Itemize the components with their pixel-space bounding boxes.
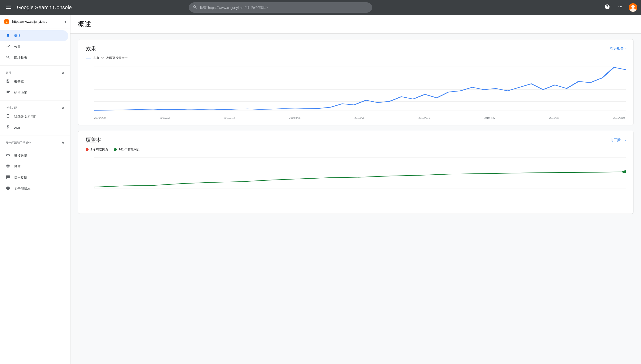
performance-card: 效果 打开报告 › 共有 700 次网页搜索点击 xyxy=(78,39,633,125)
sitemap-icon xyxy=(6,90,10,96)
svg-point-4 xyxy=(631,5,635,8)
links-icon xyxy=(6,153,10,158)
sidebar-item-about[interactable]: 关于新版本 xyxy=(0,183,68,194)
amp-label: AMP xyxy=(14,126,21,130)
app-logo: Google Search Console xyxy=(17,4,72,10)
section-header-enhancements: 增强功能 ∧ xyxy=(0,102,70,111)
mobile-icon xyxy=(6,114,10,120)
sidebar-nav: 概述 效果 网址检查 索引 ∧ xyxy=(0,28,70,200)
chevron-right-icon: › xyxy=(624,47,626,50)
error-dot xyxy=(86,148,89,151)
coverage-legend-valid: 741 个有效网页 xyxy=(114,148,140,152)
about-label: 关于新版本 xyxy=(14,187,31,191)
section-enhancements-label: 增强功能 xyxy=(6,106,17,110)
menu-icon[interactable] xyxy=(4,2,13,13)
property-selector[interactable]: 🔥 https://www.caijunyi.net/ ▾ xyxy=(0,15,70,28)
sidebar-item-feedback[interactable]: 提交反馈 xyxy=(0,172,68,183)
coverage-card-header: 覆盖率 打开报告 › xyxy=(86,136,626,144)
section-index-label: 索引 xyxy=(6,71,11,75)
performance-legend: 共有 700 次网页搜索点击 xyxy=(86,56,626,60)
app-title: Google Search Console xyxy=(17,4,72,10)
coverage-icon xyxy=(6,79,10,84)
url-inspection-label: 网址检查 xyxy=(14,56,27,60)
coverage-x-axis xyxy=(86,203,626,208)
sidebar-item-coverage[interactable]: 覆盖率 xyxy=(0,76,68,87)
sidebar-item-overview[interactable]: 概述 xyxy=(0,30,68,41)
section-header-security[interactable]: 安全问题和手动操作 ∨ xyxy=(0,137,70,146)
section-enhancements-toggle[interactable]: ∧ xyxy=(62,105,65,110)
performance-icon xyxy=(6,44,10,50)
performance-x-axis: 2019/2/20 2019/3/3 2019/3/14 2019/3/25 2… xyxy=(86,116,626,119)
page-header: 概述 xyxy=(71,15,641,34)
svg-rect-1 xyxy=(6,6,11,7)
coverage-chart-svg: 900 600 300 xyxy=(94,155,626,202)
performance-legend-label: 共有 700 次网页搜索点击 xyxy=(93,56,128,60)
links-label: 链接数量 xyxy=(14,154,27,158)
section-index-toggle[interactable]: ∧ xyxy=(62,70,65,75)
valid-dot xyxy=(114,148,117,151)
amp-icon xyxy=(6,125,10,130)
cards-container: 效果 打开报告 › 共有 700 次网页搜索点击 xyxy=(71,34,641,220)
performance-open-report-link[interactable]: 打开报告 › xyxy=(610,46,626,51)
coverage-legend: 2 个有误网页 741 个有效网页 xyxy=(86,148,626,152)
coverage-error-label: 2 个有误网页 xyxy=(90,148,108,152)
section-header-index: 索引 ∧ xyxy=(0,67,70,76)
home-icon xyxy=(6,33,10,38)
search-icon xyxy=(193,5,197,10)
coverage-card-title: 覆盖率 xyxy=(86,136,101,144)
settings-label: 设置 xyxy=(14,165,21,169)
performance-chart-svg: 45 30 15 0 xyxy=(94,64,626,116)
svg-rect-2 xyxy=(6,8,11,9)
mobile-label: 移动设备易用性 xyxy=(14,115,37,119)
feedback-label: 提交反馈 xyxy=(14,176,27,180)
sidebar-item-url-inspection[interactable]: 网址检查 xyxy=(0,52,68,63)
property-chevron-icon[interactable]: ▾ xyxy=(64,19,67,24)
sidebar-item-amp[interactable]: AMP xyxy=(0,122,68,133)
svg-rect-0 xyxy=(6,5,11,6)
about-icon xyxy=(6,186,10,192)
settings-icon xyxy=(6,164,10,170)
user-avatar[interactable] xyxy=(629,3,637,12)
sidebar: 🔥 https://www.caijunyi.net/ ▾ 概述 效果 xyxy=(0,15,71,364)
coverage-card: 覆盖率 打开报告 › 2 个有误网页 741 个有效网页 xyxy=(78,131,633,214)
sidebar-item-sitemap[interactable]: 站点地图 xyxy=(0,87,68,98)
section-security-toggle[interactable]: ∨ xyxy=(62,140,65,145)
sidebar-item-settings[interactable]: 设置 xyxy=(0,161,68,172)
performance-card-header: 效果 打开报告 › xyxy=(86,45,626,52)
overview-label: 概述 xyxy=(14,34,21,38)
sidebar-item-links[interactable]: 链接数量 xyxy=(0,150,68,161)
search-bar[interactable] xyxy=(189,2,372,13)
svg-point-22 xyxy=(622,170,626,173)
performance-chart: 45 30 15 0 xyxy=(86,64,626,116)
performance-legend-line xyxy=(86,58,91,58)
sitemap-label: 站点地图 xyxy=(14,91,27,95)
topbar-right xyxy=(602,2,637,13)
coverage-open-report-link[interactable]: 打开报告 › xyxy=(610,138,626,142)
apps-icon[interactable] xyxy=(616,2,625,13)
layout: 🔥 https://www.caijunyi.net/ ▾ 概述 效果 xyxy=(0,15,641,364)
coverage-chevron-right-icon: › xyxy=(624,138,626,142)
search-input[interactable] xyxy=(200,6,368,10)
coverage-legend-error: 2 个有误网页 xyxy=(86,148,108,152)
coverage-chart: 900 600 300 xyxy=(86,155,626,202)
page-title: 概述 xyxy=(78,20,633,29)
help-icon[interactable] xyxy=(602,2,612,13)
topbar: Google Search Console xyxy=(0,0,641,15)
section-security-label: 安全问题和手动操作 xyxy=(6,141,31,145)
performance-card-title: 效果 xyxy=(86,45,96,52)
property-url: https://www.caijunyi.net/ xyxy=(12,20,62,24)
sidebar-item-mobile[interactable]: 移动设备易用性 xyxy=(0,111,68,122)
feedback-icon xyxy=(6,175,10,180)
sidebar-item-performance[interactable]: 效果 xyxy=(0,41,68,52)
coverage-label: 覆盖率 xyxy=(14,80,24,84)
performance-legend-item: 共有 700 次网页搜索点击 xyxy=(86,56,128,60)
coverage-valid-label: 741 个有效网页 xyxy=(119,148,140,152)
main-content: 概述 效果 打开报告 › 共有 700 次网页搜索点击 xyxy=(71,15,641,364)
url-inspection-icon xyxy=(6,55,10,60)
property-icon: 🔥 xyxy=(4,19,10,24)
performance-label: 效果 xyxy=(14,45,21,49)
